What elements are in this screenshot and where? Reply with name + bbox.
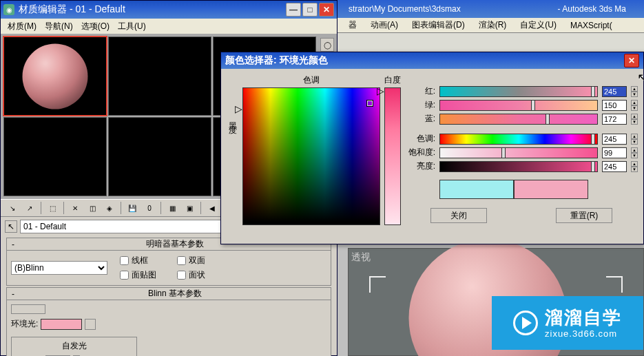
go-parent-icon[interactable]: ◀ [205,201,220,215]
rollout-title: Blinn 基本参数 [19,288,331,300]
original-color-swatch[interactable] [439,180,514,199]
menu-item[interactable]: 渲染(R) [475,18,511,32]
show-map-icon[interactable]: ▦ [165,201,180,215]
minimize-button[interactable]: — [286,3,301,17]
blue-slider[interactable] [439,114,598,125]
self-illumination-group: 自发光 颜色 0 ▲▼ [11,337,137,356]
hue-slider[interactable] [439,134,598,145]
color-compare-swatches [439,180,638,199]
wire-checkbox[interactable]: 线框 [120,255,156,266]
ambient-color-swatch[interactable] [41,319,82,330]
hue-value[interactable]: 245 [602,134,627,145]
green-slider[interactable] [439,100,598,111]
color-marker-icon [367,101,373,106]
pick-material-icon[interactable]: ↖ [5,220,17,233]
spinner-buttons[interactable]: ▲▼ [631,114,638,125]
sample-slot-2[interactable] [108,36,211,116]
blue-label: 蓝: [405,113,435,125]
lock-icon[interactable] [11,304,45,314]
menu-item[interactable]: 自定义(U) [516,18,561,32]
hue-saturation-field[interactable]: ▷ [242,87,380,225]
sat-value[interactable]: 99 [602,147,627,158]
menu-item[interactable]: 图表编辑器(D) [408,18,469,32]
whiteness-label: 白度 [384,74,401,86]
hue-label2: 色调: [405,133,435,145]
material-editor-titlebar[interactable]: ◉ 材质编辑器 - 01 - Default — □ ✕ [1,1,337,19]
menu-options[interactable]: 选项(O) [79,20,112,33]
spinner-buttons[interactable]: ▲▼ [631,86,638,97]
self-illum-title: 自发光 [14,340,134,352]
maximize-button[interactable]: □ [302,3,318,17]
bracket-icon [369,276,386,293]
value-slider[interactable] [439,161,598,172]
sample-slot-4[interactable] [3,117,107,196]
put-to-library-icon[interactable]: 💾 [125,201,140,215]
menu-item[interactable]: 动画(A) [366,18,402,32]
make-copy-icon[interactable]: ◫ [85,201,100,215]
close-button[interactable]: ✕ [624,54,639,67]
arrow-icon: ▷ [235,103,242,114]
whiteness-slider[interactable]: ▷ [384,87,401,225]
green-label: 绿: [405,99,435,111]
blackness-label: 黑度 [227,116,238,238]
menu-utilities[interactable]: 工具(U) [115,20,149,33]
sample-type-icon[interactable]: ◯ [320,38,334,52]
window-title: 材质编辑器 - 01 - Default [17,3,284,16]
menu-item[interactable]: 器 [344,18,361,32]
arrow-icon: ▷ [377,85,384,96]
assign-to-selection-icon[interactable]: ⬚ [45,201,60,215]
val-label: 亮度: [405,160,435,172]
put-to-scene-icon[interactable]: ↗ [22,201,37,215]
hue-label: 色调 [303,74,320,86]
spinner-buttons[interactable]: ▲▼ [631,134,638,145]
app-icon: ◉ [3,4,14,15]
material-id-icon[interactable]: 0 [142,201,157,215]
material-menubar: 材质(M) 导航(N) 选项(O) 工具(U) [1,19,337,34]
blue-value[interactable]: 172 [602,114,627,125]
lock-toggle-icon[interactable] [85,319,96,330]
menu-material[interactable]: 材质(M) [5,20,39,33]
val-value[interactable]: 245 [602,161,627,172]
spinner-buttons[interactable]: ▲▼ [631,161,638,172]
collapse-icon: - [7,289,19,299]
close-button[interactable]: 关闭 [430,208,487,223]
red-value[interactable]: 245 [602,86,627,97]
rollout-header[interactable]: - Blinn 基本参数 [7,288,331,300]
saturation-slider[interactable] [439,147,598,158]
collapse-icon: - [7,240,19,249]
faceted-checkbox[interactable]: 面状 [177,269,205,281]
color-selector-dialog: 颜色选择器: 环境光颜色 ✕ ↖ 黑度 色调 ▷ 白度 ▷ 红:245▲▼ 绿:… [220,52,644,244]
watermark: 溜溜自学 zixue.3d66.com [492,296,643,350]
title-app: - Autodesk 3ds Ma [544,4,640,14]
perspective-viewport[interactable]: 透视 溜溜自学 zixue.3d66.com [348,248,644,356]
dialog-title: 颜色选择器: 环境光颜色 [225,54,624,67]
sat-label: 饱和度: [405,147,435,158]
watermark-title: 溜溜自学 [545,307,622,328]
shader-select[interactable]: (B)Blinn [11,261,107,275]
spinner-buttons[interactable]: ▲▼ [631,100,638,111]
menu-navigation[interactable]: 导航(N) [42,20,76,33]
menu-item[interactable]: MAXScript( [566,19,616,32]
ambient-label: 环境光: [11,318,38,330]
material-sphere-icon [23,43,88,109]
get-material-icon[interactable]: ↘ [5,201,20,215]
red-label: 红: [405,85,435,97]
show-end-result-icon[interactable]: ▣ [182,201,197,215]
viewport-label: 透视 [351,251,371,264]
close-button[interactable]: ✕ [319,3,334,17]
make-unique-icon[interactable]: ◈ [102,201,117,215]
bracket-icon [606,276,623,293]
red-slider[interactable] [439,86,598,97]
green-value[interactable]: 150 [602,100,627,111]
color-selector-titlebar[interactable]: 颜色选择器: 环境光颜色 ✕ [221,52,643,69]
face-map-checkbox[interactable]: 面贴图 [120,269,156,281]
sample-slot-5[interactable] [108,117,211,196]
reset-map-icon[interactable]: ✕ [67,201,83,215]
spinner-buttons[interactable]: ▲▼ [631,147,638,158]
new-color-swatch[interactable] [514,180,588,199]
two-sided-checkbox[interactable]: 双面 [177,255,205,266]
sample-slot-1[interactable] [3,36,107,116]
reset-button[interactable]: 重置(R) [556,208,612,223]
blinn-params-rollout: - Blinn 基本参数 环境光: 自发光 颜色 0 ▲▼ [6,287,331,356]
watermark-url: zixue.3d66.com [545,328,622,339]
